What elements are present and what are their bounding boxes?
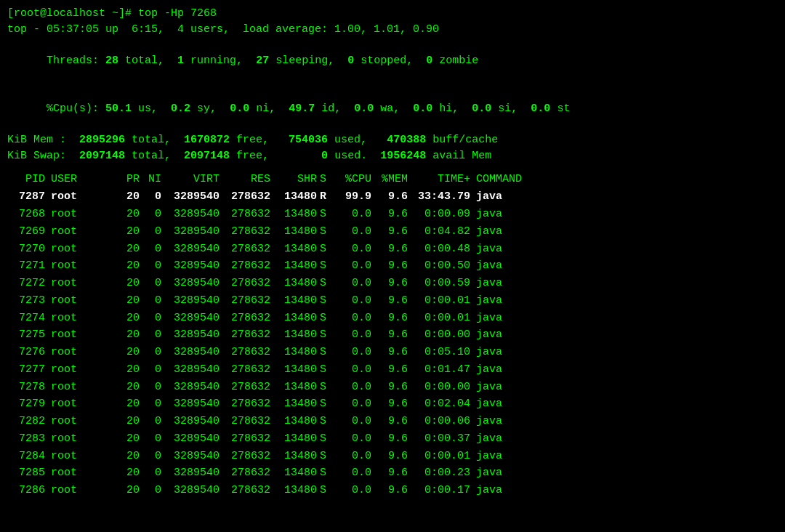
mem-line: KiB Mem : 2895296 total, 1670872 free, 7…: [7, 132, 778, 148]
cell-pid: 7274: [7, 310, 51, 326]
cell-pr: 20: [116, 431, 145, 447]
table-row: 7287root200328954027863213480R99.99.633:…: [7, 188, 778, 206]
cell-cmd: java: [476, 206, 549, 222]
cell-cpu: 0.0: [334, 327, 374, 343]
table-row: 7286root200328954027863213480S0.09.60:00…: [7, 482, 778, 499]
cell-user: root: [51, 344, 116, 360]
cell-mem: 9.6: [374, 189, 411, 205]
cell-res: 278632: [225, 224, 276, 240]
cell-virt: 3289540: [167, 448, 225, 464]
cell-ni: 0: [145, 448, 167, 464]
cell-pid: 7277: [7, 362, 51, 378]
table-row: 7268root200328954027863213480S0.09.60:00…: [7, 206, 778, 223]
cell-res: 278632: [225, 241, 276, 257]
cell-pid: 7287: [7, 189, 51, 205]
cell-ni: 0: [145, 275, 167, 291]
cell-res: 278632: [225, 362, 276, 378]
cell-ni: 0: [145, 431, 167, 447]
header-cmd: COMMAND: [476, 172, 549, 188]
threads-running-text: running,: [184, 55, 243, 67]
mem-total: 2895296: [79, 134, 125, 146]
cell-ni: 0: [145, 344, 167, 360]
cell-s: S: [320, 241, 334, 257]
cell-virt: 3289540: [167, 362, 225, 378]
cpu-id: 49.7: [289, 102, 315, 115]
terminal: [root@localhost ~]# top -Hp 7268 top - 0…: [7, 6, 778, 499]
table-row: 7283root200328954027863213480S0.09.60:00…: [7, 430, 778, 448]
cell-mem: 9.6: [374, 224, 411, 240]
cell-shr: 13480: [276, 224, 320, 240]
cell-pid: 7279: [7, 396, 51, 412]
cell-s: S: [320, 293, 334, 309]
cell-cpu: 0.0: [334, 431, 374, 447]
cell-pr: 20: [116, 241, 145, 257]
cell-s: S: [320, 275, 334, 291]
cell-s: S: [320, 414, 334, 430]
threads-sleeping: 27: [256, 55, 269, 67]
cell-time: 0:00.00: [411, 379, 476, 395]
cell-time: 0:00.17: [411, 483, 476, 499]
cpu-prefix: %Cpu(s):: [47, 102, 105, 115]
cell-s: S: [320, 379, 334, 395]
cpu-ni: 0.0: [230, 102, 249, 115]
cell-shr: 13480: [276, 310, 320, 326]
cell-shr: 13480: [276, 396, 320, 412]
cell-ni: 0: [145, 483, 167, 499]
cell-res: 278632: [225, 465, 276, 481]
cell-time: 0:00.59: [411, 275, 476, 291]
cell-user: root: [51, 310, 116, 326]
cell-res: 278632: [225, 344, 276, 360]
cell-res: 278632: [225, 293, 276, 309]
cell-virt: 3289540: [167, 431, 225, 447]
cpu-sy: 0.2: [171, 102, 190, 115]
cell-ni: 0: [145, 327, 167, 343]
cell-pid: 7271: [7, 258, 51, 274]
cpu-st-text: st: [550, 102, 570, 115]
threads-stopped: 0: [347, 55, 354, 67]
cell-time: 0:01.47: [411, 362, 476, 378]
cell-cmd: java: [476, 189, 549, 205]
cell-time: 0:02.04: [411, 396, 476, 412]
cell-pid: 7276: [7, 344, 51, 360]
cpu-ni-text: ni,: [249, 102, 275, 115]
table-row: 7282root200328954027863213480S0.09.60:00…: [7, 413, 778, 430]
cell-cpu: 0.0: [334, 414, 374, 430]
cpu-si: 0.0: [472, 102, 491, 115]
prompt-line: [root@localhost ~]# top -Hp 7268: [7, 6, 778, 22]
cell-mem: 9.6: [374, 206, 411, 222]
cell-res: 278632: [225, 310, 276, 326]
cell-cpu: 99.9: [334, 189, 374, 205]
header-shr: SHR: [276, 172, 320, 188]
table-row: 7278root200328954027863213480S0.09.60:00…: [7, 379, 778, 396]
swap-avail: 1956248: [380, 150, 426, 162]
cell-cpu: 0.0: [334, 224, 374, 240]
cell-pr: 20: [116, 206, 145, 222]
cell-cpu: 0.0: [334, 379, 374, 395]
cell-ni: 0: [145, 224, 167, 240]
cell-cmd: java: [476, 414, 549, 430]
cpu-us: 50.1: [105, 102, 132, 115]
cell-pid: 7282: [7, 414, 51, 430]
cell-mem: 9.6: [374, 465, 411, 481]
cell-res: 278632: [225, 448, 276, 464]
cell-shr: 13480: [276, 293, 320, 309]
cell-s: S: [320, 362, 334, 378]
cell-pr: 20: [116, 414, 145, 430]
cell-s: S: [320, 327, 334, 343]
cell-user: root: [51, 362, 116, 378]
cell-res: 278632: [225, 431, 276, 447]
cell-ni: 0: [145, 379, 167, 395]
swap-total: 2097148: [79, 150, 125, 162]
cell-ni: 0: [145, 206, 167, 222]
process-table: PID USER PR NI VIRT RES SHR S %CPU %MEM …: [7, 170, 778, 499]
cell-time: 0:00.50: [411, 258, 476, 274]
cell-pr: 20: [116, 362, 145, 378]
cell-user: root: [51, 258, 116, 274]
cell-user: root: [51, 241, 116, 257]
cell-ni: 0: [145, 258, 167, 274]
cell-virt: 3289540: [167, 293, 225, 309]
cell-s: S: [320, 465, 334, 481]
cell-res: 278632: [225, 379, 276, 395]
table-row: 7269root200328954027863213480S0.09.60:04…: [7, 223, 778, 241]
swap-line: KiB Swap: 2097148 total, 2097148 free, 0…: [7, 148, 778, 164]
